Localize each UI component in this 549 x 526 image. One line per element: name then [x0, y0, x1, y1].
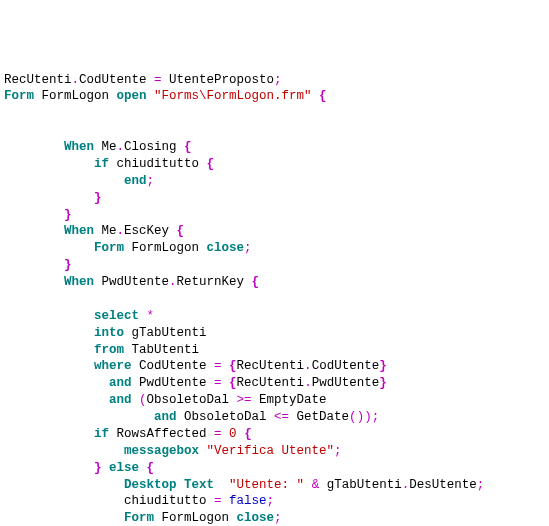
code-token: ReturnKey: [177, 275, 252, 289]
code-token: }: [379, 359, 387, 373]
code-token: Me: [94, 140, 117, 154]
code-token: When: [64, 275, 94, 289]
code-token: and: [109, 376, 132, 390]
code-token: ): [364, 410, 372, 424]
code-token: ;: [477, 478, 485, 492]
code-token: .: [117, 224, 125, 238]
code-token: gTabUtenti: [319, 478, 402, 492]
code-token: =: [214, 359, 222, 373]
code-token: .: [169, 275, 177, 289]
code-token: PwdUtente: [312, 376, 380, 390]
code-token: [222, 427, 230, 441]
code-token: {: [244, 427, 252, 441]
code-token: CodUtente: [312, 359, 380, 373]
code-token: GetDate: [289, 410, 349, 424]
code-token: ;: [372, 410, 380, 424]
code-token: {: [207, 157, 215, 171]
code-token: [312, 89, 320, 103]
code-token: 0: [229, 427, 237, 441]
code-token: {: [229, 376, 237, 390]
code-token: messagebox: [124, 444, 199, 458]
code-token: Me: [94, 224, 117, 238]
code-token: Desktop: [124, 478, 177, 492]
code-token: "Forms\FormLogon.frm": [154, 89, 312, 103]
code-token: [304, 478, 312, 492]
code-token: [139, 461, 147, 475]
code-token: PwdUtente: [132, 376, 215, 390]
code-token: [102, 461, 110, 475]
code-token: Text: [184, 478, 214, 492]
code-token: (: [139, 393, 147, 407]
code-token: DesUtente: [409, 478, 477, 492]
code-token: {: [184, 140, 192, 154]
code-token: [132, 393, 140, 407]
code-token: =: [214, 427, 222, 441]
code-token: .: [304, 376, 312, 390]
code-token: CodUtente: [79, 73, 154, 87]
code-token: Closing: [124, 140, 184, 154]
code-token: false: [229, 494, 267, 508]
code-token: ;: [147, 174, 155, 188]
code-token: [222, 376, 230, 390]
code-token: chiuditutto: [109, 157, 207, 171]
code-token: Form: [124, 511, 154, 525]
code-token: }: [94, 461, 102, 475]
code-token: "Utente: ": [229, 478, 304, 492]
code-token: UtenteProposto: [162, 73, 275, 87]
code-token: PwdUtente: [94, 275, 169, 289]
code-token: When: [64, 224, 94, 238]
code-token: .: [72, 73, 80, 87]
code-token: FormLogon: [154, 511, 237, 525]
code-token: into: [94, 326, 124, 340]
code-token: select: [94, 309, 139, 323]
code-token: EmptyDate: [252, 393, 327, 407]
code-token: }: [379, 376, 387, 390]
code-token: close: [207, 241, 245, 255]
code-token: [139, 309, 147, 323]
code-token: *: [147, 309, 155, 323]
code-token: [237, 427, 245, 441]
code-token: (: [349, 410, 357, 424]
code-token: ;: [244, 241, 252, 255]
code-token: {: [147, 461, 155, 475]
code-block: RecUtenti.CodUtente = UtenteProposto; Fo…: [4, 72, 545, 527]
code-token: ObsoletoDal: [147, 393, 237, 407]
code-token: }: [64, 258, 72, 272]
code-token: FormLogon: [34, 89, 117, 103]
code-token: {: [229, 359, 237, 373]
code-token: if: [94, 427, 109, 441]
code-token: >=: [237, 393, 252, 407]
code-token: <=: [274, 410, 289, 424]
code-token: and: [109, 393, 132, 407]
code-token: =: [214, 494, 222, 508]
code-token: [222, 359, 230, 373]
code-token: =: [214, 376, 222, 390]
code-token: ): [357, 410, 365, 424]
code-token: gTabUtenti: [124, 326, 207, 340]
code-token: [147, 89, 155, 103]
code-token: When: [64, 140, 94, 154]
code-token: TabUtenti: [124, 343, 199, 357]
code-token: and: [154, 410, 177, 424]
code-token: chiuditutto: [124, 494, 214, 508]
code-token: ObsoletoDal: [177, 410, 275, 424]
code-token: =: [154, 73, 162, 87]
code-token: ;: [334, 444, 342, 458]
code-token: [177, 478, 185, 492]
code-token: Form: [94, 241, 124, 255]
code-token: ;: [267, 494, 275, 508]
code-token: from: [94, 343, 124, 357]
code-token: ;: [274, 511, 282, 525]
code-token: {: [319, 89, 327, 103]
code-token: where: [94, 359, 132, 373]
code-token: open: [117, 89, 147, 103]
code-token: FormLogon: [124, 241, 207, 255]
code-token: [222, 494, 230, 508]
code-token: if: [94, 157, 109, 171]
code-token: &: [312, 478, 320, 492]
code-token: [214, 478, 229, 492]
code-token: }: [64, 208, 72, 222]
code-token: }: [94, 191, 102, 205]
code-token: EscKey: [124, 224, 177, 238]
code-token: end: [124, 174, 147, 188]
